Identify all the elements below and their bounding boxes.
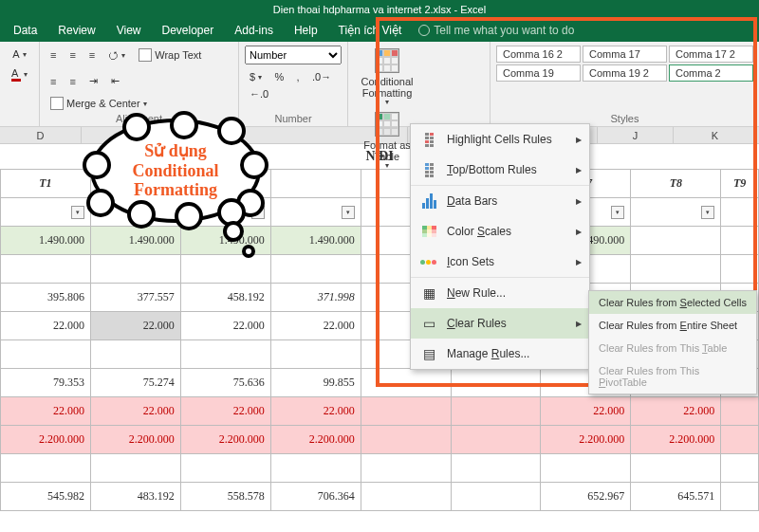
- cell[interactable]: [721, 396, 759, 425]
- cell[interactable]: T2: [90, 169, 180, 197]
- cell[interactable]: [721, 453, 759, 482]
- cell[interactable]: 1.490.000: [1, 226, 91, 254]
- align-right-icon[interactable]: ≡: [84, 46, 100, 64]
- tab-view[interactable]: View: [113, 21, 145, 40]
- cell[interactable]: 22.000: [270, 311, 361, 339]
- menu-color-scales[interactable]: Color ScalesColor Scales▶: [411, 216, 589, 247]
- tab-addins[interactable]: Add-ins: [231, 21, 277, 40]
- style-comma-2[interactable]: Comma 2: [669, 64, 753, 82]
- cell[interactable]: [361, 368, 451, 396]
- cell[interactable]: [721, 226, 759, 254]
- cell[interactable]: [1, 339, 91, 368]
- cell[interactable]: ▾: [1, 197, 91, 226]
- cell[interactable]: 2.200.000: [631, 425, 721, 453]
- cell[interactable]: 75.636: [180, 368, 270, 396]
- cell[interactable]: T9: [721, 169, 759, 197]
- filter-button[interactable]: ▾: [342, 206, 355, 219]
- cell[interactable]: 652.967: [541, 482, 631, 510]
- cell[interactable]: [721, 425, 759, 453]
- tab-review[interactable]: Review: [54, 21, 99, 40]
- filter-button[interactable]: ▾: [611, 206, 624, 219]
- style-comma-17[interactable]: Comma 17: [583, 46, 667, 63]
- cell[interactable]: [180, 339, 270, 368]
- cell[interactable]: ▾: [90, 197, 180, 226]
- cell[interactable]: [361, 425, 451, 453]
- filter-button[interactable]: ▾: [71, 206, 84, 219]
- cell[interactable]: 22.000: [180, 396, 270, 425]
- cell[interactable]: 645.571: [631, 482, 721, 510]
- cell[interactable]: 1.490.000: [180, 226, 270, 254]
- tab-tienichviet[interactable]: Tiện ích Việt: [335, 21, 406, 40]
- cell[interactable]: 2.200.000: [270, 425, 361, 453]
- style-comma-19[interactable]: Comma 19: [496, 64, 581, 82]
- cell[interactable]: 22.000: [631, 396, 721, 425]
- cell[interactable]: 1.490.000: [90, 226, 180, 254]
- tab-developer[interactable]: Developer: [158, 21, 218, 40]
- cell[interactable]: 22.000: [180, 311, 270, 339]
- cell[interactable]: [270, 339, 361, 368]
- tab-data[interactable]: Data: [9, 21, 41, 40]
- cell[interactable]: [451, 453, 541, 482]
- orientation-icon[interactable]: ⭯▾: [103, 46, 130, 64]
- filter-button[interactable]: ▾: [251, 206, 265, 219]
- cell[interactable]: [631, 453, 721, 482]
- indent-dec-icon[interactable]: ≡: [46, 73, 61, 90]
- cell[interactable]: 99.855: [270, 368, 361, 396]
- percent-icon[interactable]: %: [269, 68, 288, 85]
- cell[interactable]: 2.200.000: [180, 425, 270, 453]
- tab-help[interactable]: Help: [290, 21, 322, 40]
- cell[interactable]: 22.000: [270, 396, 361, 425]
- cell[interactable]: 75.274: [90, 368, 180, 396]
- cell[interactable]: [270, 254, 361, 283]
- menu-new-rule[interactable]: ▦ New Rule...New Rule...: [411, 277, 589, 308]
- tell-me-search[interactable]: Tell me what you want to do: [418, 24, 574, 37]
- cell[interactable]: [361, 482, 451, 510]
- cell[interactable]: ▾: [180, 197, 270, 226]
- indent-inc-icon[interactable]: ≡: [65, 73, 80, 90]
- menu-top-bottom-rules[interactable]: TTop/Bottom Rulesop/Bottom Rules▶: [411, 155, 589, 185]
- cell[interactable]: [180, 254, 270, 283]
- cell[interactable]: 79.353: [1, 368, 91, 396]
- filter-button[interactable]: ▾: [161, 206, 175, 219]
- cell[interactable]: [721, 482, 759, 510]
- cell[interactable]: 22.000: [1, 396, 91, 425]
- cell[interactable]: [361, 396, 451, 425]
- menu-data-bars[interactable]: Data BarsData Bars▶: [411, 185, 589, 216]
- submenu-clear-sheet[interactable]: Clear Rules from Entire SheetClear Rules…: [589, 314, 756, 337]
- menu-highlight-cells-rules[interactable]: Highlight Cells Rules▶: [411, 124, 589, 155]
- cell[interactable]: [451, 482, 541, 510]
- cell[interactable]: 2.200.000: [1, 425, 91, 453]
- cell[interactable]: 706.364: [270, 482, 361, 510]
- cell[interactable]: [90, 339, 180, 368]
- cell[interactable]: ▾: [270, 197, 361, 226]
- cell[interactable]: 371.998: [270, 283, 361, 311]
- col-j[interactable]: J: [598, 127, 674, 143]
- cell[interactable]: [1, 254, 91, 283]
- cell[interactable]: [721, 254, 759, 283]
- menu-manage-rules[interactable]: ▤ Manage Rules...Manage Rules...: [411, 339, 589, 369]
- filter-button[interactable]: ▾: [701, 206, 714, 219]
- cell[interactable]: [361, 453, 451, 482]
- outdent-icon[interactable]: ⇤: [106, 72, 124, 90]
- cell[interactable]: [541, 453, 631, 482]
- cell[interactable]: 1.490.000: [270, 226, 361, 254]
- decrease-decimal-icon[interactable]: ←.0: [245, 85, 273, 102]
- col-k[interactable]: K: [674, 127, 757, 143]
- menu-icon-sets[interactable]: Icon SetsIcon Sets▶: [411, 247, 589, 277]
- cell[interactable]: 377.557: [90, 283, 180, 311]
- number-format-select[interactable]: Number: [245, 46, 342, 64]
- cell[interactable]: T8: [631, 169, 721, 197]
- conditional-formatting-button[interactable]: Conditional Formatting ▾: [354, 46, 420, 109]
- currency-icon[interactable]: $▾: [245, 68, 267, 85]
- cell[interactable]: [451, 368, 541, 396]
- cell[interactable]: [451, 425, 541, 453]
- cell[interactable]: [270, 453, 361, 482]
- style-comma-17-2[interactable]: Comma 17 2: [669, 46, 753, 63]
- cell[interactable]: [631, 226, 721, 254]
- wrap-text-button[interactable]: Wrap Text: [134, 46, 206, 64]
- cell[interactable]: 22.000: [90, 311, 180, 339]
- cell[interactable]: 22.000: [90, 396, 180, 425]
- cell[interactable]: 22.000: [1, 311, 91, 339]
- style-comma-16-2[interactable]: Comma 16 2: [496, 46, 581, 63]
- cell[interactable]: [180, 453, 270, 482]
